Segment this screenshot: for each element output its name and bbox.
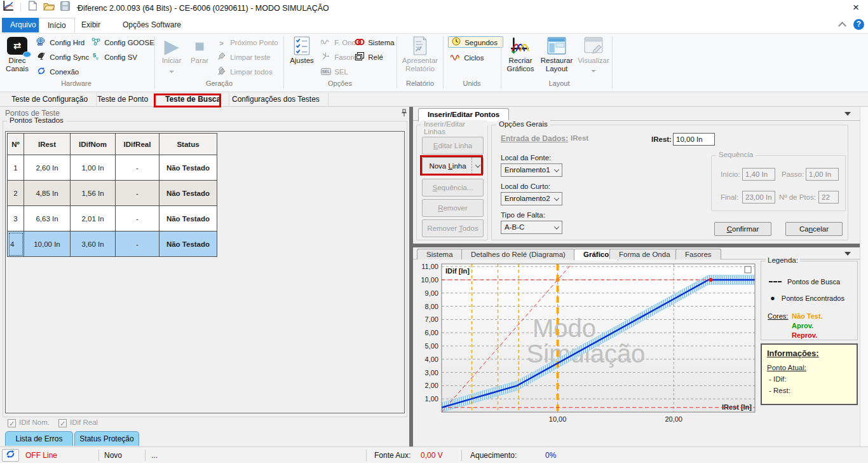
close-button[interactable]: × bbox=[849, 1, 863, 14]
direc-canais-button[interactable]: ⇄ Direc Canais bbox=[2, 35, 32, 79]
ajustes-button[interactable]: Ajustes bbox=[287, 35, 317, 79]
help-icon[interactable]: ? bbox=[853, 19, 864, 30]
data-cell[interactable]: 1,00 In bbox=[71, 155, 116, 181]
data-cell[interactable]: - bbox=[116, 206, 159, 232]
differential-chart[interactable]: Modo SimulaçãoIRest [In]IDif [In]1,002,0… bbox=[413, 259, 757, 426]
confirmar-button[interactable]: Confirmar bbox=[714, 222, 771, 236]
menu-tab-arquivo[interactable]: Arquivo bbox=[2, 18, 44, 32]
config-goose-button[interactable]: Config GOOSE bbox=[90, 37, 154, 48]
data-cell[interactable]: Não Testado bbox=[159, 232, 217, 257]
data-cell[interactable]: 10,00 In bbox=[24, 232, 71, 257]
idif-nom-checkbox[interactable]: ✓IDif Nom. bbox=[8, 418, 50, 427]
collapse-panel-icon[interactable] bbox=[844, 112, 851, 116]
new-file-icon[interactable] bbox=[28, 1, 37, 13]
recriar-graficos-button[interactable]: Recriar Gráficos bbox=[504, 35, 537, 79]
column-header[interactable]: Status bbox=[159, 134, 217, 155]
column-header[interactable]: IDifReal bbox=[116, 134, 159, 155]
tab-configuracoes-dos-testes[interactable]: Configurações dos Testes bbox=[224, 93, 329, 106]
data-cell[interactable]: - bbox=[116, 232, 159, 257]
limpar-teste-button[interactable]: Limpar teste bbox=[216, 52, 270, 63]
menu-tab-inicio[interactable]: Início bbox=[39, 18, 75, 32]
apresentar-relatorio-icon bbox=[400, 35, 440, 57]
data-cell[interactable]: 1,56 In bbox=[71, 181, 116, 206]
data-cell[interactable]: 2,01 In bbox=[71, 206, 116, 232]
idif-real-checkbox[interactable]: ✓IDif Real bbox=[58, 418, 98, 427]
cancelar-button[interactable]: Cancelar bbox=[785, 222, 843, 236]
data-cell[interactable]: 6,63 In bbox=[24, 206, 71, 232]
collapse-panel-icon[interactable] bbox=[844, 252, 851, 256]
restaurar-layout-button[interactable]: Restaurar Layout bbox=[539, 35, 574, 79]
row-number-cell[interactable]: 3 bbox=[8, 206, 24, 232]
local-da-fonte-select[interactable]: Enrolamento1 bbox=[501, 163, 562, 177]
data-cell[interactable]: - bbox=[116, 155, 159, 181]
irest-input[interactable]: 10,00 In bbox=[673, 133, 715, 146]
remover-todos-button[interactable]: Remover Todos bbox=[422, 219, 484, 237]
ciclos-button[interactable]: Ciclos bbox=[448, 52, 484, 64]
data-cell[interactable]: Não Testado bbox=[159, 206, 217, 232]
row-number-cell[interactable]: 4 bbox=[8, 232, 24, 257]
segundos-toggle[interactable]: Segundos bbox=[448, 36, 503, 48]
data-cell[interactable]: Não Testado bbox=[159, 155, 217, 181]
row-number-cell[interactable]: 1 bbox=[8, 155, 24, 181]
tipo-de-falta-select[interactable]: A-B-C bbox=[501, 221, 562, 234]
entrada-de-dados-link[interactable]: Entrada de Dados: bbox=[501, 134, 568, 143]
connection-refresh-button[interactable] bbox=[2, 449, 19, 462]
visualizar-button[interactable]: Visualizar bbox=[577, 35, 610, 79]
collapse-ribbon-icon[interactable] bbox=[838, 22, 846, 30]
config-sync-button[interactable]: Config Sync bbox=[36, 52, 89, 63]
inicio-input[interactable]: 1,40 In bbox=[742, 168, 775, 181]
conexao-button[interactable]: Conexão bbox=[36, 66, 79, 78]
row-number-cell[interactable]: 2 bbox=[8, 181, 24, 206]
editar-linha-button[interactable]: Editar Linha bbox=[422, 137, 484, 155]
data-cell[interactable]: - bbox=[116, 181, 159, 206]
table-row[interactable]: 410,00 In3,60 In-Não Testado bbox=[8, 232, 217, 257]
final-input[interactable]: 23,00 In bbox=[742, 191, 775, 204]
data-cell[interactable]: 2,60 In bbox=[24, 155, 71, 181]
config-sv-button[interactable]: 5v Config SV bbox=[90, 52, 137, 63]
data-cell[interactable]: 3,60 In bbox=[71, 232, 116, 257]
limpar-todos-button[interactable]: Limpar todos bbox=[216, 66, 273, 78]
column-header[interactable]: IDifNom bbox=[71, 134, 116, 155]
f-onda-icon bbox=[320, 38, 331, 49]
column-header[interactable]: IRest bbox=[24, 134, 71, 155]
tab-lista-de-erros[interactable]: Lista de Erros bbox=[5, 431, 73, 446]
tab-teste-de-ponto[interactable]: Teste de Ponto bbox=[89, 93, 157, 106]
table-row[interactable]: 12,60 In1,00 In-Não Testado bbox=[8, 155, 217, 181]
proximo-ponto-button[interactable]: > Próximo Ponto bbox=[216, 37, 278, 48]
passo-input[interactable]: 1,00 In bbox=[806, 168, 839, 181]
open-file-icon[interactable] bbox=[43, 1, 55, 13]
local-do-curto-select[interactable]: Enrolamento2 bbox=[501, 192, 562, 205]
data-cell[interactable]: 4,85 In bbox=[24, 181, 71, 206]
n-de-ptos-input[interactable]: 22 bbox=[818, 191, 839, 204]
tab-forma-de-onda[interactable]: Forma de Onda bbox=[609, 249, 680, 259]
test-points-table[interactable]: NºIRestIDifNomIDifRealStatus 12,60 In1,0… bbox=[7, 133, 217, 257]
rele-button[interactable]: Relé bbox=[354, 52, 383, 63]
right-scrollbar[interactable] bbox=[860, 107, 868, 446]
local-da-fonte-label: Local da Fonte: bbox=[501, 154, 551, 162]
data-cell[interactable]: Não Testado bbox=[159, 181, 217, 206]
opcoes-gerais-group: Opções Gerais Entrada de Dados: IRest IR… bbox=[491, 125, 848, 240]
parar-button[interactable]: ■ Parar bbox=[187, 35, 212, 79]
remover-button[interactable]: Remover bbox=[422, 199, 484, 217]
apresentar-relatorio-button[interactable]: Apresentar Relatório bbox=[400, 35, 440, 79]
table-row[interactable]: 36,63 In2,01 In-Não Testado bbox=[8, 206, 217, 232]
tab-teste-de-configuracao[interactable]: Teste de Configuração bbox=[3, 93, 97, 106]
svg-text:9,00: 9,00 bbox=[425, 289, 438, 297]
iniciar-button[interactable]: ▶ Iniciar bbox=[159, 35, 184, 79]
sel-button[interactable]: SEL SEL bbox=[320, 66, 348, 78]
save-icon[interactable] bbox=[60, 1, 70, 13]
pin-icon[interactable] bbox=[401, 109, 407, 119]
menu-tab-exibir[interactable]: Exibir bbox=[73, 18, 109, 32]
tab-detalhes-do-rele[interactable]: Detalhes do Relé (Diagrama) bbox=[461, 249, 575, 259]
tab-fasores[interactable]: Fasores bbox=[675, 249, 721, 259]
menu-tab-opcoes-software[interactable]: Opções Software bbox=[114, 18, 189, 32]
sequencia-button[interactable]: Sequência... bbox=[422, 179, 484, 197]
column-header[interactable]: Nº bbox=[8, 134, 24, 155]
sistema-button[interactable]: Sistema bbox=[354, 37, 395, 48]
table-row[interactable]: 24,85 In1,56 In-Não Testado bbox=[8, 181, 217, 206]
tab-inserir-editar-pontos[interactable]: Inserir/Editar Pontos bbox=[418, 108, 509, 121]
tab-sistema[interactable]: Sistema bbox=[417, 249, 463, 259]
tab-status-protecao[interactable]: Status Proteção bbox=[74, 431, 139, 446]
config-hrd-button[interactable]: hard Config Hrd bbox=[36, 37, 85, 48]
editor-panel-tabbar: Inserir/Editar Pontos bbox=[413, 107, 860, 121]
